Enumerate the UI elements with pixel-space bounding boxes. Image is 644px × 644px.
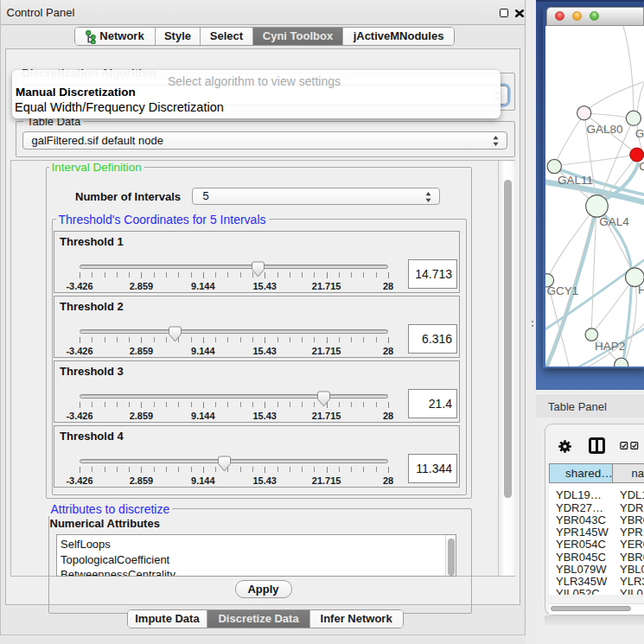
svg-text:G: G: [635, 127, 644, 140]
svg-text:C: C: [639, 160, 644, 173]
svg-text:GAL4: GAL4: [599, 215, 629, 228]
svg-text:GCY1: GCY1: [546, 284, 578, 297]
svg-text:H: H: [638, 284, 644, 296]
svg-text:HAP2: HAP2: [595, 340, 625, 353]
svg-text:GAL80: GAL80: [586, 123, 622, 136]
svg-text:GAL11: GAL11: [558, 174, 593, 187]
